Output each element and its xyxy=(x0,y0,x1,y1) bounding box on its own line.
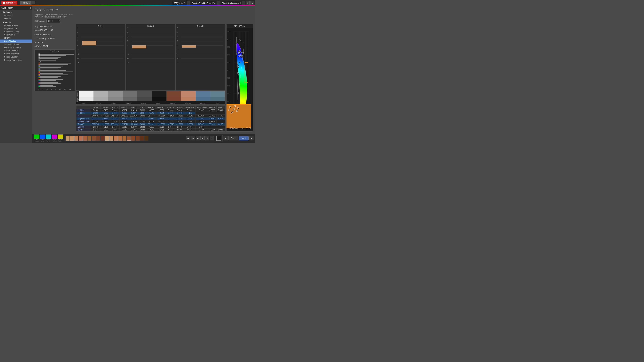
record-button[interactable]: ⏺ xyxy=(196,136,200,140)
next-arrow[interactable]: ▶ xyxy=(249,136,254,140)
skin-tone-swatch[interactable] xyxy=(109,136,114,141)
sidebar-item-saturation-sweeps[interactable]: Saturation Sweeps xyxy=(0,43,32,46)
bar-fill xyxy=(40,73,63,74)
playback-controls: ▶ ■ ⏺ ⏭ ■ ● xyxy=(186,136,214,140)
skin-tone-swatch[interactable] xyxy=(100,136,105,141)
sidebar-item-dynamic-range[interactable]: Dynamic Range xyxy=(0,24,32,27)
bar-color-swatch xyxy=(38,58,40,59)
settings-button[interactable]: ⚙ xyxy=(246,1,250,5)
skin-tone-swatch[interactable] xyxy=(87,136,92,141)
play-button[interactable]: ▶ xyxy=(186,136,190,140)
fast-forward-button[interactable]: ⏭ xyxy=(200,136,205,140)
back-button[interactable]: Back xyxy=(228,136,238,140)
y-axis-label: 3 xyxy=(177,31,178,33)
table-header-cell: Gray 65 xyxy=(110,106,120,109)
sidebar-item-colorchecker[interactable]: ColorChecker xyxy=(0,39,32,43)
sidebar-collapse-button[interactable]: ◀ xyxy=(29,7,31,9)
y-axis-label: -3 xyxy=(127,57,129,59)
skin-tone-swatch[interactable] xyxy=(140,136,144,141)
sidebar-section-analysis[interactable]: ▼ Analysis xyxy=(0,21,32,24)
table-cell: 0.3115 xyxy=(129,109,139,112)
extra-btn2[interactable]: ● xyxy=(210,136,214,140)
sidebar-item-luminance-sweeps[interactable]: Luminance Sweeps xyxy=(0,46,32,49)
color-button[interactable]: 100%Green xyxy=(34,134,40,142)
add-tab-button[interactable]: + xyxy=(32,1,35,4)
skin-tone-swatch[interactable] xyxy=(78,136,83,141)
y-axis-label: -2 xyxy=(177,53,178,55)
table-cell: 37.95 xyxy=(216,114,225,117)
bar-color-swatch xyxy=(38,82,40,83)
table-cell: 41.2969 xyxy=(176,123,184,126)
skin-tone-swatch[interactable] xyxy=(96,136,100,141)
back-arrow[interactable]: ◀ xyxy=(224,136,228,140)
table-header-cell xyxy=(76,106,91,109)
bar-row xyxy=(38,85,74,86)
content-area: ColorChecker Display analysis is perform… xyxy=(32,5,255,143)
sidebar-item-3d-lut[interactable]: 3D LUT xyxy=(0,36,32,39)
sidebar-item-grayscale-2pt[interactable]: Grayscale - 2pt xyxy=(0,27,32,30)
skin-tone-swatch[interactable] xyxy=(114,136,118,141)
skin-tone-swatch[interactable] xyxy=(70,136,74,141)
table-cell: 0.3604 xyxy=(139,112,146,114)
skin-tone-swatch[interactable] xyxy=(105,136,109,141)
sidebar-item-color-gamut[interactable]: Color Gamut xyxy=(0,33,32,36)
sidebar-item-welcome[interactable]: Welcome xyxy=(0,14,32,17)
y-axis-label: -4 xyxy=(77,62,79,64)
cie-chart: CIE 1976 u'v' RGB Triplet: 202, 136, 97 xyxy=(226,24,253,131)
table-cell: 0.0000 xyxy=(139,123,146,126)
sidebar-item-screen-uniformity[interactable]: Screen Uniformity xyxy=(0,49,32,52)
color-button[interactable]: 100%Blue xyxy=(40,134,45,142)
table-cell: 0.6477 xyxy=(129,126,139,128)
table-cell: 0.3265 xyxy=(100,112,110,114)
logo-dropdown-arrow[interactable]: ▼ xyxy=(14,2,16,4)
skin-tone-swatch[interactable] xyxy=(118,136,122,141)
skin-tone-swatch[interactable] xyxy=(136,136,140,141)
bar-fill xyxy=(40,55,66,56)
table-cell: 1.8319 xyxy=(156,126,166,128)
grid-line xyxy=(131,32,174,32)
cie-chart-title: CIE 1976 u'v' xyxy=(226,24,252,28)
skin-tone-swatch[interactable] xyxy=(66,136,70,141)
sidebar-item-screen-angularity[interactable]: Screen Angularity xyxy=(0,52,32,55)
skin-tone-swatch[interactable] xyxy=(83,136,87,141)
sidebar-item-screen-stability[interactable]: Screen Stability xyxy=(0,55,32,58)
table-cell: 0.3580 xyxy=(156,120,166,123)
skin-tone-swatch[interactable] xyxy=(74,136,78,141)
table-cell: 120.3465 xyxy=(129,123,139,126)
sidebar-item-grayscale-multi[interactable]: Grayscale - Multi xyxy=(0,30,32,33)
sidebar-section-welcome[interactable]: ▼ Welcome xyxy=(0,10,32,14)
grid-line xyxy=(81,54,124,54)
skin-tone-swatch[interactable] xyxy=(144,136,148,141)
skin-tone-swatch[interactable] xyxy=(92,136,96,141)
3d-lut-label: 3D LUT xyxy=(4,37,11,39)
extra-btn1[interactable]: ■ xyxy=(205,136,209,140)
table-header-cell: Dark Skin xyxy=(146,106,156,109)
sidebar-item-spectral-power[interactable]: Spectral Power Dist. xyxy=(0,58,32,61)
table-row-label: y: CIE31 xyxy=(76,112,91,114)
next-button[interactable]: Next xyxy=(239,136,248,140)
y-axis-label: -2 xyxy=(127,53,129,55)
table-cell: 0.4054 xyxy=(196,120,208,123)
target-patch xyxy=(152,97,166,101)
color-button[interactable]: 100%Magenta xyxy=(52,134,57,142)
table-cell: 0.208 xyxy=(216,117,225,120)
color-button[interactable]: 100%Yellow xyxy=(58,134,63,142)
table-cell: 4.0706 xyxy=(176,128,184,131)
actual-label: Actual xyxy=(76,91,79,97)
skin-tone-swatch[interactable] xyxy=(131,136,135,141)
grid-line xyxy=(131,54,174,54)
skin-tone-swatch[interactable] xyxy=(127,136,131,141)
skin-tone-swatch[interactable] xyxy=(122,136,126,141)
stop-button[interactable]: ■ xyxy=(191,136,195,140)
table-cell: 0.3265 xyxy=(91,112,100,114)
bar-color-swatch xyxy=(38,79,40,80)
collapse-button[interactable]: ◀ xyxy=(250,1,254,5)
history-tab[interactable]: History 1 xyxy=(20,1,32,4)
de-formula-select[interactable]: 2000 ITP 76 xyxy=(46,19,60,23)
sidebar-header: SDR Toolkit ◀ xyxy=(0,5,32,10)
cie-chart-inner: RGB Triplet: 202, 136, 97 xyxy=(226,28,252,130)
sidebar-item-options[interactable]: Options xyxy=(0,17,32,20)
bar-fill xyxy=(40,54,74,54)
color-button[interactable]: 100%Cyan xyxy=(46,134,51,142)
app-logo[interactable]: calman ▼ xyxy=(2,1,17,4)
